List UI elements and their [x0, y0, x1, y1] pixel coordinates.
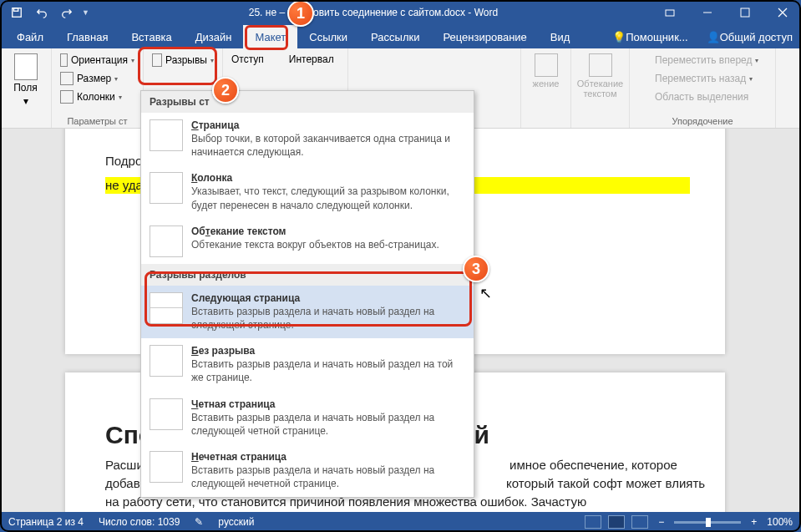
tab-design[interactable]: Дизайн	[184, 25, 244, 48]
indent-label: Отступ	[231, 53, 264, 65]
group-pagesetup-label: Параметры ст	[57, 114, 138, 126]
continuous-break-icon	[150, 345, 183, 377]
size-icon	[60, 72, 74, 85]
ribbon-options-icon[interactable]	[651, 0, 688, 25]
menu-item-textwrap[interactable]: Обтекание текстомОбтекание текста вокруг…	[141, 219, 474, 264]
svg-rect-4	[741, 8, 749, 17]
maximize-icon[interactable]	[726, 0, 763, 25]
doc-body: имное обеспечение, которое	[509, 458, 677, 472]
mi-desc: Вставить разрыв раздела и начать новый р…	[191, 357, 465, 384]
svg-rect-1	[14, 8, 18, 12]
wrap-icon	[589, 53, 612, 77]
page-break-icon	[150, 119, 183, 151]
size-button[interactable]: Размер▾	[57, 70, 138, 87]
menu-item-oddpage[interactable]: Нечетная страницаВставить разрыв раздела…	[141, 444, 474, 497]
margins-button[interactable]: Поля ▾	[5, 52, 46, 109]
tab-helper[interactable]: 💡 Помощник...	[606, 31, 694, 43]
tab-file[interactable]: Файл	[5, 25, 55, 48]
breaks-button[interactable]: Разрывы▾	[149, 52, 217, 68]
columns-icon	[60, 90, 74, 104]
status-page[interactable]: Страница 2 из 4	[8, 516, 84, 528]
badge-3: 3	[463, 256, 489, 282]
position-icon	[535, 53, 558, 77]
zoom-in-button[interactable]: +	[748, 516, 760, 528]
tab-mailings[interactable]: Рассылки	[359, 25, 431, 48]
tab-review[interactable]: Рецензирование	[431, 25, 538, 48]
mi-desc: Вставить разрыв раздела и начать новый р…	[191, 305, 465, 332]
textwrap-break-icon	[150, 225, 183, 257]
cursor-icon: ↖	[479, 284, 492, 302]
doc-line-highlighted: не уда	[105, 178, 143, 192]
columns-label: Колонки	[77, 91, 115, 103]
forward-label: Переместить вперед	[655, 54, 752, 66]
tab-references[interactable]: Ссылки	[297, 25, 359, 48]
badge-2: 2	[212, 77, 239, 104]
send-backward-button[interactable]: Переместить назад▾	[635, 70, 770, 87]
selection-icon	[638, 90, 651, 104]
menu-item-column[interactable]: КолонкаУказывает, что текст, следующий з…	[141, 165, 474, 218]
proofing-icon[interactable]: ✎	[195, 516, 203, 528]
mi-desc: Выбор точки, в которой заканчивается одн…	[191, 132, 465, 159]
minimize-icon[interactable]	[688, 0, 726, 25]
orientation-icon	[60, 53, 68, 67]
group-arrange-label: Упорядочение	[635, 114, 770, 126]
selection-label: Область выделения	[655, 91, 748, 103]
menu-item-continuous[interactable]: Без разрываВставить разрыв раздела и нач…	[141, 338, 474, 391]
orientation-label: Ориентация	[71, 54, 128, 66]
statusbar: Страница 2 из 4 Число слов: 1039 ✎ русск…	[0, 512, 801, 532]
spacing-label: Интервал	[289, 53, 334, 65]
zoom-out-button[interactable]: −	[655, 516, 667, 528]
nextpage-break-icon	[150, 292, 183, 324]
evenpage-break-icon	[150, 398, 183, 430]
svg-rect-2	[666, 10, 674, 16]
tab-helper-label: Помощник...	[626, 31, 687, 43]
view-print-icon[interactable]	[608, 515, 625, 529]
doc-body: добав	[105, 476, 140, 490]
view-read-icon[interactable]	[585, 515, 601, 529]
tab-insert[interactable]: Вставка	[119, 25, 183, 48]
columns-button[interactable]: Колонки▾	[57, 89, 138, 105]
backward-icon	[638, 72, 651, 85]
menu-item-page[interactable]: ССтраницатраницаВыбор точки, в которой з…	[141, 113, 474, 165]
ribbon-tabs: Файл Главная Вставка Дизайн Макет Ссылки…	[0, 25, 801, 48]
save-icon[interactable]	[7, 3, 27, 23]
doc-line: Подро	[105, 154, 142, 168]
size-label: Размер	[77, 73, 111, 84]
tab-view[interactable]: Вид	[539, 25, 582, 48]
position-button[interactable]: жение	[526, 52, 565, 90]
tab-share[interactable]: 👤 Общий доступ	[698, 31, 801, 43]
menu-section-page-breaks: Разрывы ст	[141, 91, 474, 113]
mi-desc: Вставить разрыв раздела и начать новый р…	[191, 411, 465, 438]
doc-body: который такой софт может влиять	[506, 476, 705, 490]
view-web-icon[interactable]	[631, 515, 648, 529]
status-words[interactable]: Число слов: 1039	[99, 516, 180, 528]
zoom-slider[interactable]	[674, 521, 741, 524]
forward-icon	[638, 53, 651, 67]
margins-icon	[14, 53, 38, 80]
tab-layout[interactable]: Макет	[243, 25, 297, 48]
menu-section-section-breaks: Разрывы разделов	[141, 264, 474, 286]
close-icon[interactable]	[763, 0, 801, 25]
selection-pane-button[interactable]: Область выделения	[635, 89, 770, 105]
oddpage-break-icon	[150, 451, 183, 483]
column-break-icon	[150, 172, 183, 204]
menu-item-evenpage[interactable]: Четная страницаВставить разрыв раздела и…	[141, 392, 474, 444]
window-title: 25. не – установить соединение с сайтом.…	[96, 7, 651, 18]
breaks-icon	[152, 53, 162, 67]
bring-forward-button[interactable]: Переместить вперед▾	[635, 52, 770, 68]
status-language[interactable]: русский	[218, 516, 254, 528]
position-label: жение	[533, 79, 560, 89]
orientation-button[interactable]: Ориентация▾	[57, 52, 138, 68]
backward-label: Переместить назад	[655, 73, 746, 84]
menu-item-nextpage[interactable]: Следующая страницаВставить разрыв раздел…	[141, 286, 474, 338]
status-zoom[interactable]: 100%	[767, 516, 793, 528]
undo-icon[interactable]	[32, 3, 52, 23]
titlebar: ▼ 25. не – установить соединение с сайто…	[0, 0, 801, 25]
mi-desc: Обтекание текста вокруг объектов на веб-…	[191, 238, 465, 251]
tab-home[interactable]: Главная	[55, 25, 119, 48]
badge-1: 1	[287, 0, 314, 27]
tab-share-label: Общий доступ	[720, 31, 793, 43]
breaks-dropdown: Разрывы ст ССтраницатраницаВыбор точки, …	[140, 90, 474, 498]
wrap-button[interactable]: Обтекание текстом	[576, 52, 624, 100]
redo-icon[interactable]	[57, 3, 77, 23]
